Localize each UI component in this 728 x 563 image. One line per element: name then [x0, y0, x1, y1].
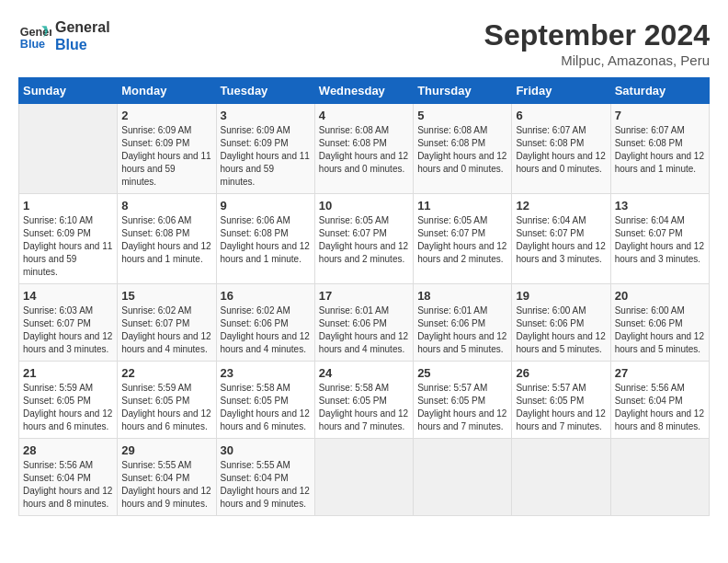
- sunrise-label: Sunrise: 5:57 AM: [516, 383, 586, 393]
- day-info: Sunrise: 6:05 AM Sunset: 6:07 PM Dayligh…: [417, 214, 507, 266]
- sunset-label: Sunset: 6:08 PM: [319, 138, 387, 148]
- day-number: 21: [23, 366, 113, 380]
- day-number: 23: [221, 366, 311, 380]
- day-info: Sunrise: 5:57 AM Sunset: 6:05 PM Dayligh…: [417, 382, 507, 433]
- day-info: Sunrise: 6:00 AM Sunset: 6:06 PM Dayligh…: [615, 304, 705, 356]
- day-info: Sunrise: 5:56 AM Sunset: 6:04 PM Dayligh…: [23, 459, 113, 511]
- day-number: 8: [121, 199, 211, 213]
- day-info: Sunrise: 6:05 AM Sunset: 6:07 PM Dayligh…: [319, 214, 409, 266]
- sunrise-label: Sunrise: 6:01 AM: [319, 305, 389, 316]
- day-number: 15: [121, 289, 211, 303]
- daylight-label: Daylight hours and 12 hours and 7 minute…: [417, 408, 506, 431]
- sunset-label: Sunset: 6:06 PM: [221, 318, 289, 328]
- daylight-label: Daylight hours and 12 hours and 4 minute…: [221, 331, 310, 354]
- calendar-row: 21 Sunrise: 5:59 AM Sunset: 6:05 PM Dayl…: [19, 362, 710, 439]
- logo-general: General: [55, 18, 110, 36]
- sunset-label: Sunset: 6:06 PM: [319, 318, 387, 328]
- daylight-label: Daylight hours and 11 hours and 59 minut…: [221, 151, 310, 187]
- calendar-cell: 14 Sunrise: 6:03 AM Sunset: 6:07 PM Dayl…: [19, 284, 118, 362]
- daylight-label: Daylight hours and 12 hours and 4 minute…: [121, 331, 210, 354]
- calendar-cell: 25 Sunrise: 5:57 AM Sunset: 6:05 PM Dayl…: [414, 362, 512, 439]
- day-number: 3: [221, 109, 311, 122]
- sunset-label: Sunset: 6:07 PM: [23, 318, 91, 328]
- day-number: 19: [516, 289, 606, 303]
- daylight-label: Daylight hours and 12 hours and 6 minute…: [23, 408, 112, 431]
- calendar-cell: 13 Sunrise: 6:04 AM Sunset: 6:07 PM Dayl…: [610, 194, 709, 284]
- day-number: 2: [121, 109, 211, 122]
- calendar-cell: [414, 439, 512, 516]
- day-info: Sunrise: 6:00 AM Sunset: 6:06 PM Dayligh…: [516, 304, 606, 356]
- sunset-label: Sunset: 6:08 PM: [121, 228, 189, 238]
- daylight-label: Daylight hours and 12 hours and 3 minute…: [615, 241, 704, 264]
- header-saturday: Saturday: [610, 78, 709, 104]
- calendar-row: 14 Sunrise: 6:03 AM Sunset: 6:07 PM Dayl…: [19, 284, 710, 362]
- day-number: 26: [516, 366, 606, 380]
- calendar-cell: 11 Sunrise: 6:05 AM Sunset: 6:07 PM Dayl…: [414, 194, 512, 284]
- calendar-cell: 28 Sunrise: 5:56 AM Sunset: 6:04 PM Dayl…: [19, 439, 118, 516]
- sunrise-label: Sunrise: 6:02 AM: [221, 305, 290, 316]
- daylight-label: Daylight hours and 12 hours and 4 minute…: [319, 331, 408, 354]
- sunrise-label: Sunrise: 5:55 AM: [221, 460, 290, 470]
- sunrise-label: Sunrise: 5:59 AM: [121, 383, 191, 393]
- sunset-label: Sunset: 6:05 PM: [23, 396, 91, 406]
- day-info: Sunrise: 6:10 AM Sunset: 6:09 PM Dayligh…: [23, 214, 113, 279]
- sunset-label: Sunset: 6:08 PM: [516, 138, 584, 148]
- sunrise-label: Sunrise: 6:01 AM: [417, 305, 487, 316]
- daylight-label: Daylight hours and 12 hours and 5 minute…: [615, 331, 704, 354]
- calendar-cell: 24 Sunrise: 5:58 AM Sunset: 6:05 PM Dayl…: [314, 362, 413, 439]
- sunset-label: Sunset: 6:07 PM: [319, 228, 387, 238]
- sunrise-label: Sunrise: 6:05 AM: [417, 215, 487, 225]
- day-number: 5: [417, 109, 507, 122]
- daylight-label: Daylight hours and 12 hours and 8 minute…: [23, 486, 112, 509]
- day-number: 6: [516, 109, 606, 122]
- header-friday: Friday: [512, 78, 610, 104]
- daylight-label: Daylight hours and 12 hours and 1 minute…: [615, 151, 704, 174]
- sunrise-label: Sunrise: 6:08 AM: [319, 125, 389, 135]
- daylight-label: Daylight hours and 12 hours and 2 minute…: [319, 241, 408, 264]
- weekday-header-row: Sunday Monday Tuesday Wednesday Thursday…: [19, 78, 710, 104]
- sunrise-label: Sunrise: 6:08 AM: [417, 125, 487, 135]
- calendar-cell: 29 Sunrise: 5:55 AM Sunset: 6:04 PM Dayl…: [118, 439, 216, 516]
- day-number: 17: [319, 289, 409, 303]
- day-info: Sunrise: 6:01 AM Sunset: 6:06 PM Dayligh…: [319, 304, 409, 356]
- sunrise-label: Sunrise: 6:10 AM: [23, 215, 93, 225]
- day-number: 24: [319, 366, 409, 380]
- calendar-cell: 10 Sunrise: 6:05 AM Sunset: 6:07 PM Dayl…: [314, 194, 413, 284]
- calendar-row: 2 Sunrise: 6:09 AM Sunset: 6:09 PM Dayli…: [19, 104, 710, 194]
- day-number: 18: [417, 289, 507, 303]
- day-number: 27: [615, 366, 705, 380]
- daylight-label: Daylight hours and 12 hours and 0 minute…: [516, 151, 605, 174]
- daylight-label: Daylight hours and 12 hours and 7 minute…: [319, 408, 408, 431]
- sunset-label: Sunset: 6:04 PM: [221, 473, 289, 483]
- title-block: September 2024 Milpuc, Amazonas, Peru: [484, 18, 710, 68]
- sunset-label: Sunset: 6:08 PM: [417, 138, 485, 148]
- sunset-label: Sunset: 6:08 PM: [221, 228, 289, 238]
- day-number: 7: [615, 109, 705, 122]
- calendar-cell: 22 Sunrise: 5:59 AM Sunset: 6:05 PM Dayl…: [118, 362, 216, 439]
- daylight-label: Daylight hours and 12 hours and 8 minute…: [615, 408, 704, 431]
- calendar-cell: 5 Sunrise: 6:08 AM Sunset: 6:08 PM Dayli…: [414, 104, 512, 194]
- daylight-label: Daylight hours and 12 hours and 1 minute…: [221, 241, 310, 264]
- day-number: 14: [23, 289, 113, 303]
- day-info: Sunrise: 6:06 AM Sunset: 6:08 PM Dayligh…: [121, 214, 211, 266]
- day-number: 30: [221, 443, 311, 457]
- calendar-cell: 3 Sunrise: 6:09 AM Sunset: 6:09 PM Dayli…: [216, 104, 314, 194]
- calendar-row: 1 Sunrise: 6:10 AM Sunset: 6:09 PM Dayli…: [19, 194, 710, 284]
- header-thursday: Thursday: [414, 78, 512, 104]
- sunset-label: Sunset: 6:09 PM: [221, 138, 289, 148]
- calendar-table: Sunday Monday Tuesday Wednesday Thursday…: [18, 77, 710, 516]
- sunset-label: Sunset: 6:05 PM: [417, 396, 485, 406]
- daylight-label: Daylight hours and 12 hours and 5 minute…: [516, 331, 605, 354]
- daylight-label: Daylight hours and 12 hours and 1 minute…: [121, 241, 210, 264]
- sunset-label: Sunset: 6:06 PM: [516, 318, 584, 328]
- day-info: Sunrise: 6:04 AM Sunset: 6:07 PM Dayligh…: [516, 214, 606, 266]
- calendar-cell: 15 Sunrise: 6:02 AM Sunset: 6:07 PM Dayl…: [118, 284, 216, 362]
- daylight-label: Daylight hours and 12 hours and 0 minute…: [417, 151, 506, 174]
- logo-icon: General Blue: [18, 19, 51, 52]
- sunset-label: Sunset: 6:05 PM: [319, 396, 387, 406]
- header-sunday: Sunday: [19, 78, 118, 104]
- sunrise-label: Sunrise: 6:05 AM: [319, 215, 389, 225]
- calendar-cell: 18 Sunrise: 6:01 AM Sunset: 6:06 PM Dayl…: [414, 284, 512, 362]
- day-info: Sunrise: 5:59 AM Sunset: 6:05 PM Dayligh…: [121, 382, 211, 433]
- daylight-label: Daylight hours and 12 hours and 9 minute…: [221, 486, 310, 509]
